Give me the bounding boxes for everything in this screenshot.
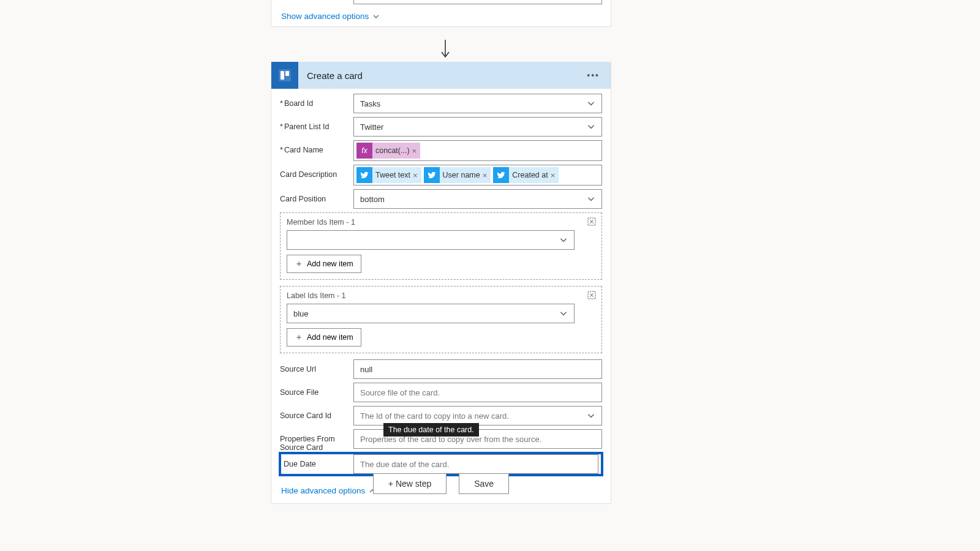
due-date-tooltip: The due date of the card. (383, 423, 479, 437)
chevron-down-icon (372, 13, 380, 20)
card-pos-value: bottom (360, 195, 385, 204)
chevron-down-icon (587, 99, 595, 108)
add-member-button[interactable]: ＋ Add new item (287, 255, 361, 273)
show-advanced-label: Show advanced options (281, 12, 369, 21)
due-date-text[interactable] (360, 460, 592, 469)
member-ids-label: Member Ids Item - 1 (287, 218, 595, 227)
delete-item-icon[interactable] (587, 217, 597, 229)
fx-icon: fx (356, 143, 372, 159)
card-pos-label: Card Position (280, 189, 353, 203)
due-date-label: Due Date (280, 454, 353, 468)
chevron-down-icon (587, 122, 595, 131)
flow-arrow-icon (438, 39, 453, 64)
source-url-text[interactable] (360, 365, 595, 374)
label-ids-select[interactable]: blue (287, 304, 575, 323)
add-member-label: Add new item (307, 260, 353, 268)
source-file-input[interactable] (353, 383, 602, 402)
flow-footer: + New step Save (271, 473, 611, 494)
parent-list-value: Twitter (360, 122, 383, 132)
plus-icon: ＋ (295, 332, 303, 343)
token-remove-icon[interactable]: × (412, 146, 417, 156)
add-label-label: Add new item (307, 333, 353, 342)
props-source-label: Properties From Source Card (280, 429, 353, 452)
chevron-down-icon (587, 195, 595, 203)
label-ids-value: blue (293, 309, 309, 318)
member-ids-select[interactable] (287, 230, 575, 250)
source-url-label: Source Url (280, 359, 353, 373)
parent-list-label: Parent List Id (280, 117, 353, 131)
add-label-button[interactable]: ＋ Add new item (287, 328, 361, 347)
board-id-label: Board Id (280, 94, 353, 108)
due-date-input[interactable] (353, 454, 598, 474)
show-advanced-link[interactable]: Show advanced options (281, 12, 380, 21)
plus-icon: ＋ (295, 258, 303, 269)
token-label: Created at (512, 171, 548, 179)
more-menu-icon[interactable]: ••• (584, 70, 602, 80)
expression-token[interactable]: fx concat(...) × (356, 143, 420, 159)
action-title: Create a card (307, 70, 584, 81)
source-file-text[interactable] (360, 388, 595, 397)
chevron-down-icon (587, 411, 595, 420)
chevron-down-icon (559, 309, 568, 318)
card-name-label: Card Name (280, 140, 353, 154)
svg-rect-1 (281, 71, 284, 80)
prev-input-stub (353, 0, 602, 4)
delete-item-icon[interactable] (587, 290, 597, 302)
save-button[interactable]: Save (459, 473, 509, 494)
token-remove-icon[interactable]: × (413, 171, 418, 180)
previous-action-card: Show advanced options (271, 0, 611, 27)
token-remove-icon[interactable]: × (551, 171, 556, 180)
action-header[interactable]: Create a card ••• (271, 62, 611, 89)
card-desc-input[interactable]: Tweet text × User name × Created at × (353, 165, 602, 186)
parent-list-select[interactable]: Twitter (353, 117, 602, 137)
card-pos-select[interactable]: bottom (353, 189, 602, 209)
token-label: Tweet text (375, 171, 410, 179)
token-label: User name (443, 171, 480, 179)
twitter-icon (424, 167, 440, 183)
chevron-down-icon (559, 236, 568, 244)
card-desc-label: Card Description (280, 165, 353, 179)
card-name-input[interactable]: fx concat(...) × (353, 140, 602, 161)
dynamic-token[interactable]: Created at × (493, 167, 559, 183)
label-ids-label: Label Ids Item - 1 (287, 291, 595, 300)
source-file-label: Source File (280, 383, 353, 397)
source-url-input[interactable] (353, 359, 602, 379)
twitter-icon (356, 167, 372, 183)
trello-icon (271, 62, 298, 89)
label-ids-group: Label Ids Item - 1 blue ＋ Add new item (280, 286, 602, 353)
due-date-row-highlight: Due Date (280, 453, 602, 475)
source-card-placeholder: The Id of the card to copy into a new ca… (360, 411, 509, 421)
new-step-button[interactable]: + New step (373, 473, 447, 494)
create-card-action: Create a card ••• Board Id Tasks Parent … (271, 62, 611, 504)
dynamic-token[interactable]: Tweet text × (356, 167, 421, 183)
token-label: concat(...) (375, 146, 410, 155)
twitter-icon (493, 167, 509, 183)
svg-rect-2 (285, 71, 289, 76)
dynamic-token[interactable]: User name × (424, 167, 491, 183)
board-id-value: Tasks (360, 99, 380, 108)
source-card-label: Source Card Id (280, 406, 353, 420)
member-ids-group: Member Ids Item - 1 ＋ Add new item (280, 212, 602, 280)
board-id-select[interactable]: Tasks (353, 94, 602, 113)
token-remove-icon[interactable]: × (483, 171, 488, 180)
